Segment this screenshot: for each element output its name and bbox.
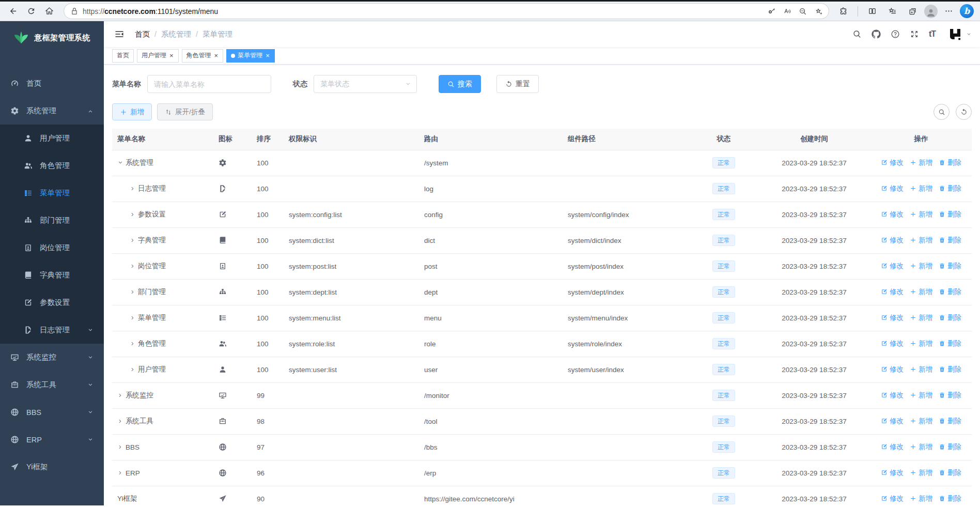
add-link[interactable]: 新增 (910, 313, 932, 322)
edit-link[interactable]: 修改 (881, 417, 904, 426)
reset-button[interactable]: 重置 (496, 75, 539, 93)
sidebar-item-system[interactable]: 系统管理 (0, 97, 104, 125)
user-menu[interactable] (947, 26, 972, 42)
sidebar-item-home[interactable]: 首页 (0, 70, 104, 97)
close-icon[interactable]: × (169, 52, 174, 59)
sidebar-item-monitor[interactable]: 系统监控 (0, 344, 104, 371)
expand-toggle[interactable] (130, 263, 136, 269)
edit-link[interactable]: 修改 (881, 468, 904, 478)
expand-toggle[interactable] (130, 341, 136, 347)
add-link[interactable]: 新增 (910, 262, 932, 271)
tab-用户管理[interactable]: 用户管理× (137, 49, 179, 63)
reload-button[interactable] (23, 3, 39, 19)
sidebar-item-bbs[interactable]: BBS (0, 398, 104, 426)
edit-link[interactable]: 修改 (881, 287, 904, 297)
expand-toggle[interactable] (117, 470, 123, 476)
sidebar-item-dict[interactable]: 字典管理 (0, 262, 104, 289)
delete-link[interactable]: 删除 (939, 442, 961, 452)
add-link[interactable]: 新增 (910, 287, 932, 297)
add-link[interactable]: 新增 (910, 158, 932, 167)
breadcrumb-item[interactable]: 菜单管理 (203, 29, 232, 39)
edit-link[interactable]: 修改 (881, 313, 904, 322)
expand-toggle[interactable] (130, 315, 136, 321)
expand-toggle[interactable] (130, 237, 136, 243)
add-link[interactable]: 新增 (910, 417, 932, 426)
close-icon[interactable]: × (214, 52, 219, 59)
close-icon[interactable]: × (265, 52, 270, 59)
breadcrumb-item[interactable]: 系统管理 (161, 29, 191, 39)
edit-link[interactable]: 修改 (881, 184, 904, 193)
tab-首页[interactable]: 首页 (112, 49, 134, 63)
add-link[interactable]: 新增 (910, 391, 932, 400)
github-button[interactable] (872, 29, 881, 39)
expand-toggle[interactable] (117, 392, 123, 398)
expand-collapse-button[interactable]: 展开/折叠 (157, 103, 213, 120)
font-size-icon[interactable]: tT (929, 29, 936, 39)
edit-link[interactable]: 修改 (881, 442, 904, 452)
delete-link[interactable]: 删除 (939, 236, 961, 245)
delete-link[interactable]: 删除 (939, 468, 961, 478)
extensions-button[interactable] (835, 3, 851, 19)
add-link[interactable]: 新增 (910, 442, 932, 452)
expand-toggle[interactable] (130, 211, 136, 218)
delete-link[interactable]: 删除 (939, 287, 961, 297)
add-button[interactable]: 新增 (112, 103, 152, 120)
favorites-button[interactable] (884, 3, 900, 19)
search-button[interactable] (852, 29, 862, 39)
add-link[interactable]: 新增 (910, 339, 932, 348)
sidebar-item-role[interactable]: 角色管理 (0, 152, 104, 179)
expand-toggle[interactable] (130, 366, 136, 373)
edit-link[interactable]: 修改 (881, 339, 904, 348)
key-button[interactable] (765, 4, 779, 19)
hide-search-button[interactable] (934, 104, 950, 120)
tab-角色管理[interactable]: 角色管理× (182, 49, 224, 63)
sidebar-item-tool[interactable]: 系统工具 (0, 371, 104, 398)
expand-toggle[interactable] (130, 186, 136, 192)
add-link[interactable]: 新增 (910, 184, 932, 193)
add-link[interactable]: 新增 (910, 365, 932, 374)
edit-link[interactable]: 修改 (881, 262, 904, 271)
bing-chat-button[interactable]: b (959, 3, 975, 19)
sidebar-item-yi[interactable]: Yi框架 (0, 453, 104, 481)
back-button[interactable] (5, 3, 21, 19)
expand-toggle[interactable] (117, 444, 123, 450)
search-button[interactable]: 搜索 (439, 75, 481, 93)
add-link[interactable]: 新增 (910, 210, 932, 219)
expand-toggle[interactable] (117, 418, 123, 424)
edit-link[interactable]: 修改 (881, 494, 904, 503)
edit-link[interactable]: 修改 (881, 236, 904, 245)
delete-link[interactable]: 删除 (939, 313, 961, 322)
zoomout-button[interactable] (796, 4, 810, 19)
delete-link[interactable]: 删除 (939, 262, 961, 271)
add-link[interactable]: 新增 (910, 494, 932, 503)
fullscreen-button[interactable] (910, 29, 919, 39)
collections-button[interactable] (905, 3, 921, 19)
delete-link[interactable]: 删除 (939, 365, 961, 374)
delete-link[interactable]: 删除 (939, 391, 961, 400)
add-link[interactable]: 新增 (910, 468, 932, 478)
refresh-table-button[interactable] (956, 104, 972, 120)
sidebar-item-dept[interactable]: 部门管理 (0, 207, 104, 234)
sidebar-item-menu[interactable]: 菜单管理 (0, 179, 104, 207)
help-button[interactable] (891, 29, 900, 39)
menu-name-input[interactable] (147, 75, 271, 93)
delete-link[interactable]: 删除 (939, 184, 961, 193)
expand-toggle[interactable] (130, 289, 136, 295)
star-plus-button[interactable] (811, 4, 826, 19)
delete-link[interactable]: 删除 (939, 339, 961, 348)
sidebar-item-log[interactable]: 日志管理 (0, 316, 104, 344)
edit-link[interactable]: 修改 (881, 391, 904, 400)
expand-toggle[interactable] (117, 160, 123, 166)
sidebar-collapse-button[interactable] (112, 27, 127, 41)
edit-link[interactable]: 修改 (881, 210, 904, 219)
edit-link[interactable]: 修改 (881, 365, 904, 374)
tab-菜单管理[interactable]: 菜单管理× (226, 49, 275, 63)
delete-link[interactable]: 删除 (939, 417, 961, 426)
delete-link[interactable]: 删除 (939, 158, 961, 167)
more-menu-button[interactable] (941, 3, 957, 19)
sidebar-item-config[interactable]: 参数设置 (0, 289, 104, 316)
delete-link[interactable]: 删除 (939, 210, 961, 219)
delete-link[interactable]: 删除 (939, 494, 961, 503)
split-button[interactable] (864, 3, 880, 19)
edit-link[interactable]: 修改 (881, 158, 904, 167)
